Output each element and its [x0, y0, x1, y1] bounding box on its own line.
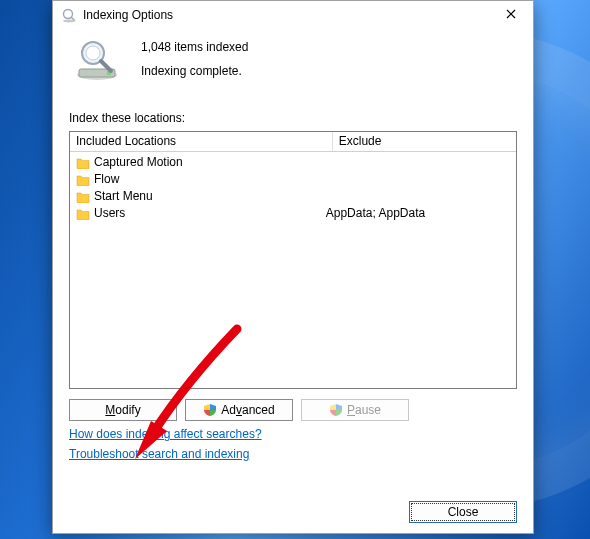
col-header-included[interactable]: Included Locations	[70, 132, 333, 152]
status-row: 1,048 items indexed Indexing complete.	[69, 35, 517, 83]
list-item[interactable]: Users	[76, 205, 314, 222]
list-item[interactable]: Start Menu	[76, 188, 314, 205]
folder-icon	[76, 174, 90, 186]
folder-icon	[76, 157, 90, 169]
indexed-count: 1,048 items indexed	[141, 40, 248, 54]
folder-icon	[76, 191, 90, 203]
pause-button: Pause	[301, 399, 409, 421]
status-text: 1,048 items indexed Indexing complete.	[141, 40, 248, 78]
link-how-indexing[interactable]: How does indexing affect searches?	[69, 427, 262, 441]
link-troubleshoot[interactable]: Troubleshoot search and indexing	[69, 447, 249, 461]
dialog-title: Indexing Options	[83, 8, 489, 22]
list-header: Included Locations Exclude	[70, 132, 516, 152]
folder-icon	[76, 208, 90, 220]
indexing-state: Indexing complete.	[141, 64, 248, 78]
item-name: Flow	[94, 171, 119, 188]
locations-list[interactable]: Included Locations Exclude Captured Moti…	[69, 131, 517, 389]
magnifier-drive-icon	[73, 35, 121, 83]
button-row: Modify Advanced	[69, 399, 517, 421]
modify-button[interactable]: Modify	[69, 399, 177, 421]
locations-label: Index these locations:	[69, 111, 517, 125]
indexing-options-dialog: Indexing Options 1,048 items ind	[52, 0, 534, 534]
shield-icon	[203, 403, 217, 417]
dialog-content: 1,048 items indexed Indexing complete. I…	[53, 29, 533, 533]
dialog-footer: Close	[69, 501, 517, 523]
advanced-button[interactable]: Advanced	[185, 399, 293, 421]
shield-icon	[329, 403, 343, 417]
list-item[interactable]: Flow	[76, 171, 314, 188]
svg-point-2	[63, 20, 75, 23]
included-column: Captured MotionFlowStart MenuUsers	[70, 152, 320, 388]
close-button[interactable]: Close	[409, 501, 517, 523]
col-header-exclude[interactable]: Exclude	[333, 132, 516, 152]
list-item[interactable]: Captured Motion	[76, 154, 314, 171]
links: How does indexing affect searches? Troub…	[69, 427, 517, 467]
item-name: Captured Motion	[94, 154, 183, 171]
close-icon	[506, 9, 516, 19]
exclude-cell	[326, 171, 510, 188]
list-body: Captured MotionFlowStart MenuUsers AppDa…	[70, 152, 516, 388]
exclude-cell: AppData; AppData	[326, 205, 510, 222]
title-close-button[interactable]	[489, 1, 533, 29]
exclude-cell	[326, 188, 510, 205]
titlebar: Indexing Options	[53, 1, 533, 29]
indexing-icon	[61, 7, 77, 23]
exclude-column: AppData; AppData	[320, 152, 516, 388]
exclude-cell	[326, 154, 510, 171]
item-name: Users	[94, 205, 125, 222]
item-name: Start Menu	[94, 188, 153, 205]
svg-point-9	[86, 46, 100, 60]
